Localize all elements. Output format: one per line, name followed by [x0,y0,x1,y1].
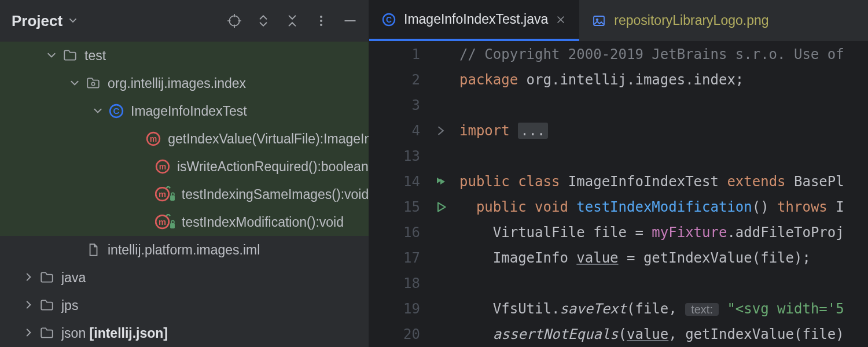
token-id [459,199,476,215]
chevron-down-icon[interactable] [68,13,78,28]
tree-row[interactable]: java [0,264,369,291]
chevron-down-icon[interactable] [93,104,109,119]
chevron-down-icon[interactable] [69,76,86,91]
token-id: .addFileToProj [727,224,844,241]
gutter-spacer [431,93,451,118]
code-line[interactable] [459,271,868,296]
line-number: 3 [369,93,420,118]
gutter-spacer [431,322,451,347]
line-number: 1 [369,42,420,67]
code-line[interactable]: package org.intellij.images.index; [459,67,868,93]
spacer-icon [130,131,146,147]
token-id [719,301,727,317]
token-fnI: assertNotEquals [493,326,619,342]
token-und: value [627,326,668,342]
code-line[interactable]: ImageInfo value = getIndexValue(file); [459,245,868,271]
class-icon: C [109,104,124,119]
svg-point-20 [597,19,599,21]
tree-item-label: org.intellij.images.index [108,76,246,91]
line-number: 20 [369,322,420,347]
gutter-spacer [431,67,451,93]
tree-row[interactable]: misWriteActionRequired():boolean [0,153,369,180]
chevron-right-icon[interactable] [23,270,39,286]
svg-rect-19 [594,16,604,25]
tree-item-label: isWriteActionRequired():boolean [177,159,369,175]
spacer-icon [69,242,86,258]
project-tree[interactable]: testorg.intellij.images.indexCImageInfoI… [0,42,369,347]
code-line[interactable]: assertNotEquals(value, getIndexValue(fil… [459,322,868,347]
run-class-icon[interactable] [431,169,451,194]
target-icon[interactable] [222,8,247,34]
expand-icon[interactable] [251,8,276,34]
svg-text:C: C [113,106,120,116]
chevron-right-icon[interactable] [23,298,39,313]
token-op: ; [735,72,744,88]
tree-row[interactable]: jps [0,291,369,319]
code-line[interactable] [459,143,868,169]
gutter-spacer [431,296,451,322]
collapse-icon[interactable] [279,8,305,34]
chevron-right-icon[interactable] [23,326,39,341]
code-line[interactable]: VirtualFile file = myFixture.addFileToPr… [459,220,868,245]
token-id: = getIndexValue(file); [619,250,811,266]
gutter-icons [431,42,451,347]
tree-item-label: ImageInfoIndexTest [131,104,247,119]
tree-row[interactable]: CImageInfoIndexTest [0,97,369,125]
folder-icon [39,270,54,285]
run-test-icon[interactable] [431,194,451,220]
token-fn: testIndexModification [576,199,752,215]
svg-point-1 [320,16,322,18]
gutter-spacer [431,245,451,271]
file-icon [86,242,101,257]
code-line[interactable] [459,93,868,118]
tree-item-label: testIndexingSameImages():void [182,187,369,202]
svg-text:m: m [150,134,157,143]
svg-text:m: m [159,162,167,171]
tree-item-label: intellij.platform.images.iml [108,242,260,258]
folder-icon [62,48,78,63]
tab-label: ImageInfoIndexTest.java [404,12,548,27]
svg-point-2 [320,20,322,22]
editor-tab[interactable]: repositoryLibraryLogo.png [579,0,782,41]
method-icon: m [155,159,170,174]
code-area[interactable]: // Copyright 2000-2019 JetBrains s.r.o. … [451,42,868,347]
gutter-spacer [431,220,451,245]
token-und: value [576,250,618,266]
code-line[interactable]: public void testIndexModification() thro… [459,194,868,220]
tree-row[interactable]: intellij.platform.images.iml [0,236,369,264]
close-icon[interactable] [556,15,565,24]
tree-item-label: jps [61,298,78,313]
token-id: , getIndexValue(file) [668,326,844,342]
chevron-down-icon[interactable] [46,48,62,64]
folder-json-icon [39,326,54,341]
editor-tab[interactable]: CImageInfoIndexTest.java [369,0,579,41]
tree-row[interactable]: json [intellij.json] [0,319,369,347]
tree-item-label: json [intellij.json] [61,326,168,341]
token-kw: public class [459,174,568,190]
token-cls: ImageInfoIndexTest [568,174,727,190]
code-line[interactable]: public class ImageInfoIndexTest extends … [459,169,868,194]
svg-rect-13 [170,195,175,201]
method-lock-icon: m [155,187,175,202]
tree-item-label: java [61,270,86,286]
fold-icon[interactable] [431,118,451,143]
tree-item-label: test [84,48,106,64]
code-line[interactable]: // Copyright 2000-2019 JetBrains s.r.o. … [459,42,868,67]
tree-row[interactable]: org.intellij.images.index [0,69,369,97]
tree-row[interactable]: mgetIndexValue(VirtualFile):ImageInfo [0,125,369,153]
code-line[interactable]: VfsUtil.saveText(file, text: "<svg width… [459,296,868,322]
editor-pane: CImageInfoIndexTest.javarepositoryLibrar… [369,0,868,347]
token-id: org.intellij.images.index [527,72,735,88]
spacer-icon [139,215,155,230]
project-sidebar: Project testorg.intellij.images.indexCIm… [0,0,369,347]
code-line[interactable]: import ... [459,118,868,143]
svg-text:m: m [159,218,166,227]
gutter-spacer [431,42,451,67]
tree-row[interactable]: test [0,42,369,69]
tree-row[interactable]: mtestIndexModification():void [0,208,369,236]
more-icon[interactable] [308,8,334,34]
tree-row[interactable]: mtestIndexingSameImages():void [0,180,369,208]
minimize-icon[interactable] [337,8,363,34]
sidebar-title[interactable]: Project [12,12,62,30]
token-kw: throws [777,199,836,215]
